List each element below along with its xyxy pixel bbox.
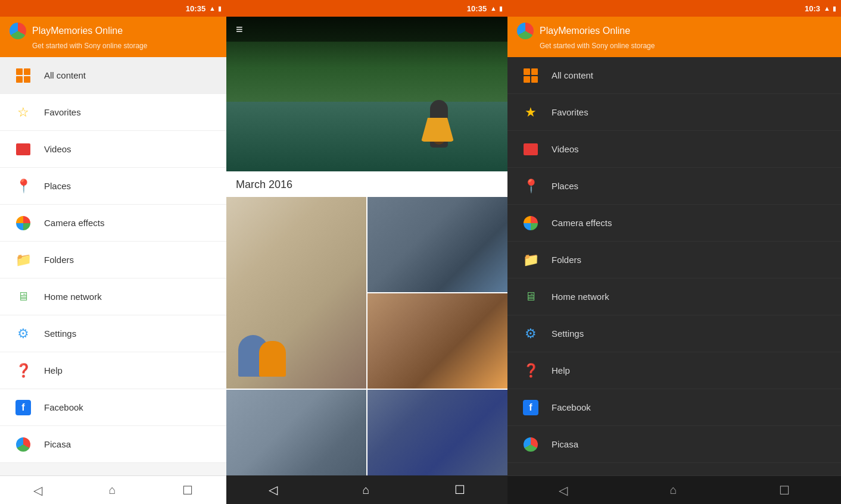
gear-icon-left: ⚙ xyxy=(14,325,32,343)
middle-panel: 10:35 ▲ ▮ ≡ March 2016 xyxy=(226,0,507,504)
sidebar-item-home-network-left[interactable]: 🖥 Home network xyxy=(0,278,226,315)
menu-list-right: All content ★ Favorites Videos 📍 Places xyxy=(507,57,841,475)
sidebar-item-camera-effects-right[interactable]: Camera effects xyxy=(507,205,841,242)
sidebar-item-favorites-left[interactable]: ☆ Favorites xyxy=(0,94,226,131)
photo-cell-meeting[interactable] xyxy=(226,390,366,475)
header-row-left: PlayMemories Online xyxy=(10,23,217,39)
sidebar-item-favorites-right[interactable]: ★ Favorites xyxy=(507,94,841,131)
photo-cell-rocks[interactable] xyxy=(367,197,507,292)
status-icons-mid: ▲ ▮ xyxy=(490,5,503,12)
sidebar-item-camera-effects-left[interactable]: Camera effects xyxy=(0,205,226,242)
app-subtitle-right: Get started with Sony online storage xyxy=(517,42,831,50)
grid-icon-right xyxy=(522,67,540,84)
label-videos-left: Videos xyxy=(44,144,71,154)
label-settings-left: Settings xyxy=(44,328,76,339)
time-right: 10:3 xyxy=(805,4,820,13)
recents-button-mid[interactable]: ☐ xyxy=(454,483,465,497)
back-button-left[interactable]: ◁ xyxy=(33,483,42,497)
pin-icon-right: 📍 xyxy=(522,177,540,195)
help-icon-right: ❓ xyxy=(522,362,540,380)
photo-grid xyxy=(226,197,507,475)
photo-cell-office[interactable] xyxy=(226,197,366,389)
label-camera-effects-left: Camera effects xyxy=(44,218,104,228)
film-icon-right xyxy=(522,140,540,158)
sidebar-item-videos-right[interactable]: Videos xyxy=(507,131,841,168)
monitor-icon-left: 🖥 xyxy=(14,288,32,306)
label-camera-effects-right: Camera effects xyxy=(552,218,612,228)
sidebar-item-places-left[interactable]: 📍 Places xyxy=(0,168,226,205)
status-bar-left: 10:35 ▲ ▮ xyxy=(0,0,226,17)
film-icon-left xyxy=(14,140,32,158)
home-button-left[interactable]: ⌂ xyxy=(108,483,116,497)
app-subtitle-left: Get started with Sony online storage xyxy=(10,42,217,50)
recents-button-left[interactable]: ☐ xyxy=(182,483,193,497)
back-button-right[interactable]: ◁ xyxy=(559,483,568,497)
photo-cell-beach[interactable] xyxy=(367,390,507,475)
app-header-left: PlayMemories Online Get started with Son… xyxy=(0,17,226,57)
label-folders-left: Folders xyxy=(44,255,74,265)
header-row-right: PlayMemories Online xyxy=(517,23,831,39)
help-icon-left: ❓ xyxy=(14,362,32,380)
sidebar-item-places-right[interactable]: 📍 Places xyxy=(507,168,841,205)
logo-right xyxy=(517,23,534,39)
gear-icon-right: ⚙ xyxy=(522,325,540,343)
app-title-left: PlayMemories Online xyxy=(32,26,123,36)
signal-icon-right: ▲ xyxy=(824,5,830,12)
sidebar-item-facebook-left[interactable]: f Facebook xyxy=(0,389,226,426)
sidebar-item-help-right[interactable]: ❓ Help xyxy=(507,352,841,389)
label-facebook-left: Facebook xyxy=(44,402,83,412)
label-picasa-right: Picasa xyxy=(552,439,578,449)
signal-icon-mid: ▲ xyxy=(490,5,497,12)
grid-icon-left xyxy=(14,67,32,84)
label-favorites-left: Favorites xyxy=(44,107,81,117)
sidebar-item-videos-left[interactable]: Videos xyxy=(0,131,226,168)
recents-button-right[interactable]: ☐ xyxy=(779,483,790,497)
back-button-mid[interactable]: ◁ xyxy=(269,483,278,497)
sidebar-item-settings-right[interactable]: ⚙ Settings xyxy=(507,315,841,352)
label-places-right: Places xyxy=(552,181,578,191)
battery-icon-left: ▮ xyxy=(218,5,222,12)
logo-left xyxy=(10,23,26,39)
facebook-icon-left: f xyxy=(14,399,32,417)
facebook-icon-right: f xyxy=(522,399,540,417)
sidebar-item-picasa-right[interactable]: Picasa xyxy=(507,426,841,463)
bottom-nav-mid: ◁ ⌂ ☐ xyxy=(226,475,507,504)
color-wheel-icon-right xyxy=(522,214,540,232)
sidebar-item-home-network-right[interactable]: 🖥 Home network xyxy=(507,278,841,315)
home-button-mid[interactable]: ⌂ xyxy=(362,483,369,497)
app-title-right: PlayMemories Online xyxy=(540,26,630,36)
section-label-mid: March 2016 xyxy=(226,171,507,197)
right-panel: 10:3 ▲ ▮ PlayMemories Online Get started… xyxy=(507,0,841,504)
sidebar-item-help-left[interactable]: ❓ Help xyxy=(0,352,226,389)
photo-cell-aerial[interactable] xyxy=(367,293,507,389)
label-facebook-right: Facebook xyxy=(552,402,591,412)
hero-section: ≡ xyxy=(226,17,507,171)
label-favorites-right: Favorites xyxy=(552,107,588,117)
bottom-nav-left: ◁ ⌂ ☐ xyxy=(0,475,226,504)
sidebar-item-all-content-left[interactable]: All content xyxy=(0,57,226,94)
sidebar-item-picasa-left[interactable]: Picasa xyxy=(0,426,226,463)
status-icons-left: ▲ ▮ xyxy=(209,5,222,12)
picasa-icon-right xyxy=(522,436,540,453)
label-videos-right: Videos xyxy=(552,144,579,154)
status-bar-mid: 10:35 ▲ ▮ xyxy=(226,0,507,17)
folder-icon-left: 📁 xyxy=(14,251,32,269)
label-home-network-right: Home network xyxy=(552,292,609,302)
star-icon-left: ☆ xyxy=(14,104,32,121)
monitor-icon-right: 🖥 xyxy=(522,288,540,306)
battery-icon-right: ▮ xyxy=(833,5,836,12)
hamburger-icon[interactable]: ≡ xyxy=(236,23,243,36)
sidebar-item-settings-left[interactable]: ⚙ Settings xyxy=(0,315,226,352)
sidebar-item-folders-left[interactable]: 📁 Folders xyxy=(0,242,226,278)
color-wheel-icon-left xyxy=(14,214,32,232)
battery-icon-mid: ▮ xyxy=(499,5,503,12)
sidebar-item-folders-right[interactable]: 📁 Folders xyxy=(507,242,841,278)
sidebar-item-all-content-right[interactable]: All content xyxy=(507,57,841,94)
sidebar-item-facebook-right[interactable]: f Facebook xyxy=(507,389,841,426)
label-folders-right: Folders xyxy=(552,255,581,265)
label-help-left: Help xyxy=(44,365,63,375)
folder-icon-right: 📁 xyxy=(522,251,540,269)
app-header-right: PlayMemories Online Get started with Son… xyxy=(507,17,841,57)
bottom-nav-right: ◁ ⌂ ☐ xyxy=(507,475,841,504)
home-button-right[interactable]: ⌂ xyxy=(669,483,677,497)
